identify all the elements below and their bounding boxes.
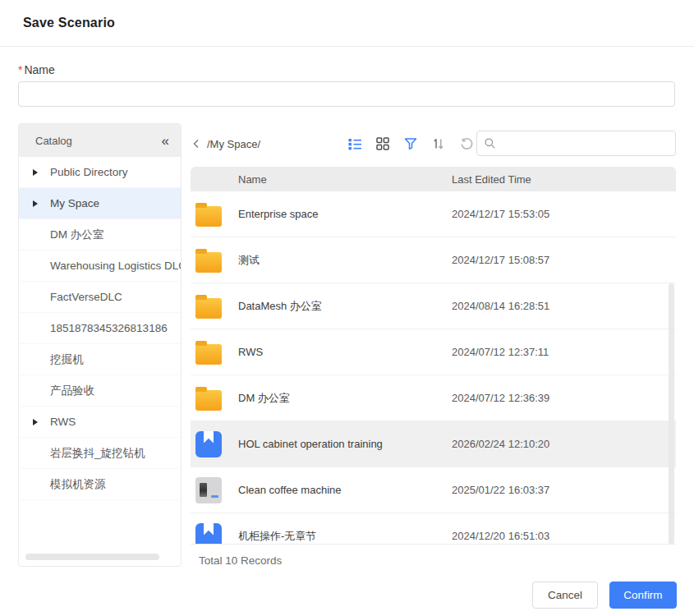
folder-icon [195,390,222,411]
catalog-tree: Public Directory My Space DM 办公室 Warehou… [19,157,181,500]
file-browser-panel: /My Space/ [191,123,676,567]
row-name: Enterprise space [238,208,452,220]
grid-view-icon[interactable] [375,136,391,152]
catalog-tree-item[interactable]: Warehousing Logistics DLC [19,251,181,282]
confirm-button[interactable]: Confirm [609,582,677,609]
catalog-tree-item[interactable]: RWS [19,407,181,438]
cancel-button[interactable]: Cancel [532,582,598,609]
folder-icon [195,206,222,227]
dialog-header: Save Scenario [0,0,694,47]
list-view-icon[interactable] [347,136,363,152]
expand-triangle-icon[interactable] [33,419,38,425]
row-name: HOL cabinet operation training [238,438,452,450]
catalog-tree-item-label: DM 办公室 [50,228,103,242]
scenario-icon [195,523,222,545]
name-input[interactable] [18,81,675,107]
search-box[interactable] [476,131,676,156]
catalog-tree-item[interactable]: My Space [19,188,181,219]
column-header-time: Last Edited Time [452,173,531,186]
row-time: 2026/02/24 12:10:20 [452,438,549,450]
folder-icon [195,252,222,273]
table-row[interactable]: DM 办公室 2024/07/12 12:36:39 [191,375,676,421]
catalog-tree-item[interactable]: DM 办公室 [19,219,181,251]
row-name: 测试 [238,253,452,268]
refresh-icon[interactable] [458,136,475,152]
column-header-name: Name [191,173,452,186]
scenario-icon [195,431,222,457]
expand-triangle-icon[interactable] [33,169,38,176]
breadcrumb-back-icon[interactable] [191,138,202,149]
catalog-tree-item[interactable]: FactVerseDLC [19,282,181,313]
row-name: Clean coffee machine [238,484,452,496]
table-row[interactable]: Enterprise space 2024/12/17 15:53:05 [191,191,676,237]
catalog-tree-item[interactable]: 模拟机资源 [19,469,181,500]
table-row[interactable]: Clean coffee machine 2025/01/22 16:03:37 [191,467,676,513]
catalog-tree-item-label: 岩层换抖_旋挖钻机 [50,446,145,461]
browser-toolbar: /My Space/ [191,131,676,157]
catalog-sidebar-header: Catalog « [19,124,181,157]
filter-icon[interactable] [402,136,419,152]
catalog-tree-item[interactable]: 产品验收 [19,375,181,407]
required-asterisk: * [18,63,22,76]
catalog-tree-item[interactable]: 1851878345326813186 [19,313,181,344]
row-time: 2024/07/12 12:37:11 [452,346,549,358]
table-row[interactable]: DataMesh 办公室 2024/08/14 16:28:51 [191,283,676,329]
collapse-sidebar-icon[interactable]: « [162,134,169,148]
page-title: Save Scenario [23,16,115,30]
row-name: DM 办公室 [238,391,452,406]
table-vertical-scrollbar[interactable] [669,283,674,545]
catalog-sidebar: Catalog « Public Directory My Space DM 办… [18,123,182,567]
table-header: Name Last Edited Time [191,167,676,191]
catalog-tree-item[interactable]: 挖掘机 [19,344,181,375]
table-footer: Total 10 Records [191,544,676,567]
row-time: 2024/12/20 16:51:03 [452,530,549,542]
search-icon [484,137,496,149]
folder-icon [195,298,222,319]
sidebar-horizontal-scrollbar[interactable] [25,554,159,560]
catalog-tree-item-label: Public Directory [50,166,128,178]
table-row[interactable]: RWS 2024/07/12 12:37:11 [191,329,676,375]
image-icon [195,477,222,503]
row-name: 机柜操作-无章节 [238,529,452,544]
table-row[interactable]: HOL cabinet operation training 2026/02/2… [191,421,676,467]
breadcrumb: /My Space/ [207,138,260,150]
row-time: 2024/08/14 16:28:51 [452,300,549,312]
catalog-tree-item-label: Warehousing Logistics DLC [50,260,182,272]
table-row[interactable]: 测试 2024/12/17 15:08:57 [191,237,676,283]
table-row[interactable]: 机柜操作-无章节 2024/12/20 16:51:03 [191,513,676,544]
row-time: 2024/12/17 15:08:57 [452,254,549,266]
catalog-tree-item-label: FactVerseDLC [50,291,122,303]
row-time: 2024/07/12 12:36:39 [452,392,549,404]
table-body: Enterprise space 2024/12/17 15:53:05 测试 … [191,191,676,544]
catalog-tree-item-label: My Space [50,197,99,209]
total-records-text: Total 10 Records [191,548,282,567]
row-name: DataMesh 办公室 [238,299,452,314]
catalog-tree-item-label: RWS [50,416,76,428]
sort-icon[interactable] [430,136,447,152]
catalog-title: Catalog [35,135,72,147]
catalog-tree-item-label: 1851878345326813186 [50,322,168,334]
name-field-label: *Name [18,63,55,76]
catalog-tree-item[interactable]: 岩层换抖_旋挖钻机 [19,438,181,469]
folder-icon [195,344,222,365]
catalog-tree-item-label: 模拟机资源 [50,477,106,492]
catalog-tree-item[interactable]: Public Directory [19,157,181,188]
catalog-tree-item-label: 挖掘机 [50,352,84,367]
row-name: RWS [238,346,452,358]
row-time: 2024/12/17 15:53:05 [452,208,549,220]
catalog-tree-item-label: 产品验收 [50,384,94,398]
row-time: 2025/01/22 16:03:37 [452,484,549,496]
search-input[interactable] [501,137,669,149]
expand-triangle-icon[interactable] [33,200,38,207]
